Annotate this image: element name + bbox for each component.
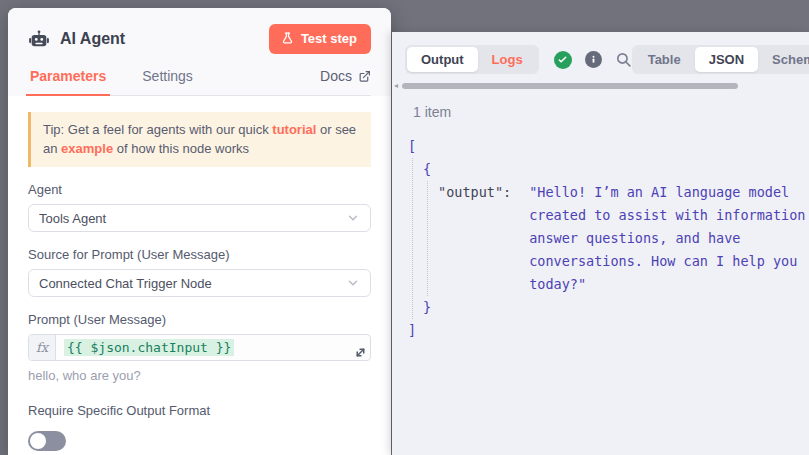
tab-logs[interactable]: Logs: [478, 47, 537, 72]
scrollbar-thumb[interactable]: [402, 83, 738, 89]
json-line: [: [408, 135, 809, 158]
output-format-toggle[interactable]: [28, 431, 66, 451]
output-logs-switch: Output Logs: [405, 45, 539, 74]
success-check-icon: [554, 51, 572, 69]
output-panel: Output Logs Table JSON Schema ◂ 1 item [: [392, 32, 809, 455]
horizontal-scrollbar: ◂: [392, 83, 809, 89]
node-settings-panel: AI Agent Test step Parameters Settings D…: [8, 8, 391, 455]
chevron-down-icon: [346, 276, 360, 290]
node-header: AI Agent Test step Parameters Settings D…: [8, 8, 391, 96]
json-output-entry: "output": "Hello! I’m an AI language mod…: [438, 181, 809, 296]
tab-output[interactable]: Output: [407, 47, 478, 72]
node-tabs: Parameters Settings Docs: [28, 68, 371, 96]
items-count: 1 item: [413, 104, 809, 120]
tab-parameters[interactable]: Parameters: [28, 68, 108, 95]
scroll-left-arrow[interactable]: ◂: [394, 81, 398, 90]
tip-callout: Tip: Get a feel for agents with our quic…: [28, 112, 371, 167]
tab-json[interactable]: JSON: [695, 47, 758, 72]
tutorial-link[interactable]: tutorial: [272, 122, 316, 137]
expression-preview: hello, who are you?: [28, 368, 371, 383]
node-title: AI Agent: [60, 30, 269, 48]
prompt-expression-input[interactable]: fx {{ $json.chatInput }}: [28, 334, 371, 361]
robot-icon: [28, 28, 50, 50]
prompt-field-label: Prompt (User Message): [28, 312, 371, 327]
output-toolbar: Output Logs Table JSON Schema: [392, 32, 809, 74]
external-link-icon: [358, 70, 371, 83]
chevron-down-icon: [346, 211, 360, 225]
example-link[interactable]: example: [61, 141, 113, 156]
tab-schema[interactable]: Schema: [758, 47, 809, 72]
json-key: "output":: [438, 181, 511, 296]
json-array-level: { "output": "Hello! I’m an AI language m…: [412, 158, 809, 319]
json-line: }: [423, 296, 809, 319]
test-step-button[interactable]: Test step: [269, 24, 371, 54]
toggle-knob: [30, 433, 46, 449]
agent-select[interactable]: Tools Agent: [28, 204, 371, 232]
prompt-source-label: Source for Prompt (User Message): [28, 247, 371, 262]
json-object-level: "output": "Hello! I’m an AI language mod…: [427, 181, 809, 296]
agent-field-label: Agent: [28, 182, 371, 197]
fx-badge: fx: [29, 335, 56, 360]
output-format-label: Require Specific Output Format: [28, 403, 371, 418]
json-value: "Hello! I’m an AI language modelcreated …: [529, 181, 805, 296]
json-line: ]: [408, 319, 809, 342]
tab-settings[interactable]: Settings: [140, 68, 195, 95]
prompt-source-select[interactable]: Connected Chat Trigger Node: [28, 269, 371, 297]
json-output-view: [ { "output": "Hello! I’m an AI language…: [408, 135, 809, 342]
info-icon[interactable]: [585, 51, 602, 68]
docs-link[interactable]: Docs: [320, 68, 371, 95]
json-line: {: [423, 158, 809, 181]
tab-table[interactable]: Table: [634, 47, 695, 72]
view-mode-switch: Table JSON Schema: [632, 45, 809, 74]
search-icon[interactable]: [615, 51, 632, 68]
expand-expression-icon[interactable]: [354, 345, 367, 358]
expression-value: {{ $json.chatInput }}: [64, 339, 234, 356]
flask-icon: [281, 32, 294, 45]
